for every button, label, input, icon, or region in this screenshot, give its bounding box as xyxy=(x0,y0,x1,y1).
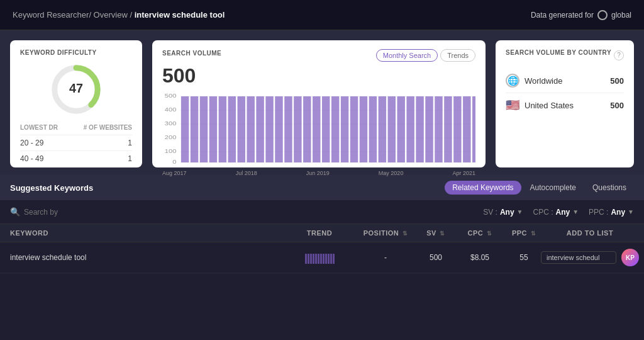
svg-rect-31 xyxy=(341,96,348,162)
trend-bar xyxy=(323,254,325,264)
country-card: SEARCH VOLUME BY COUNTRY ? 🌐 Worldwide 5… xyxy=(496,40,634,167)
us-name: United States xyxy=(525,101,574,110)
svg-rect-15 xyxy=(191,96,198,162)
kw-tabs: Related Keywords Autocomplete Questions xyxy=(445,181,634,195)
svg-rect-20 xyxy=(238,96,245,162)
us-flag-icon: 🇺🇸 xyxy=(506,98,519,112)
ppc-dropdown-arrow: ▼ xyxy=(628,208,634,215)
search-icon: 🔍 xyxy=(10,207,20,217)
trend-bar xyxy=(325,254,327,264)
svg-rect-40 xyxy=(425,96,433,162)
kw-tab-questions[interactable]: Questions xyxy=(585,181,634,195)
worldwide-value: 500 xyxy=(610,76,624,86)
position-sort-icon: ⇅ xyxy=(402,230,408,237)
svg-rect-21 xyxy=(247,96,254,162)
trend-bar xyxy=(313,254,314,264)
svg-rect-19 xyxy=(228,96,236,162)
ppc-filter-label: PPC : xyxy=(589,208,608,217)
sv-filter[interactable]: SV : Any ▼ xyxy=(483,208,523,217)
breadcrumb: Keyword Researcher/ Overview / interview… xyxy=(13,10,225,20)
svg-rect-37 xyxy=(397,96,405,162)
cpc-filter-label: CPC : xyxy=(533,208,553,217)
trend-bar xyxy=(305,254,307,264)
trend-bar xyxy=(330,254,332,264)
svg-rect-30 xyxy=(331,96,339,162)
question-icon[interactable]: ? xyxy=(614,50,624,60)
chart-label-3: May 2020 xyxy=(379,170,404,176)
svg-rect-27 xyxy=(303,96,311,162)
sv-sort-icon: ⇅ xyxy=(440,230,445,237)
chart-label-2: Jun 2019 xyxy=(306,170,330,176)
sv-tab-monthly[interactable]: Monthly Search xyxy=(376,49,438,62)
svg-rect-16 xyxy=(200,96,208,162)
chart-label-1: Jul 2018 xyxy=(236,170,257,176)
country-row-us: 🇺🇸 United States 500 xyxy=(506,93,624,117)
kd-value: 47 xyxy=(69,81,83,95)
th-cpc: CPC ⇅ xyxy=(458,229,502,237)
suggested-header: Suggested Keywords Related Keywords Auto… xyxy=(0,175,644,200)
bottom-section: Suggested Keywords Related Keywords Auto… xyxy=(0,175,644,340)
search-input[interactable] xyxy=(24,208,477,217)
th-sv: SV ⇅ xyxy=(414,229,458,237)
search-volume-card: SEARCH VOLUME Monthly Search Trends 500 … xyxy=(152,40,486,167)
svg-rect-24 xyxy=(275,96,282,162)
table-header: KEYWORD TREND POSITION ⇅ SV ⇅ CPC ⇅ PPC … xyxy=(0,224,644,242)
svg-text:0: 0 xyxy=(172,159,177,165)
chart-label-4: Apr 2021 xyxy=(452,170,475,176)
sv-dropdown-arrow: ▼ xyxy=(517,208,523,215)
sv-filter-label: SV : xyxy=(483,208,497,217)
th-trend: TREND xyxy=(282,229,357,237)
svg-rect-26 xyxy=(294,96,301,162)
svg-rect-39 xyxy=(416,96,423,162)
svg-rect-14 xyxy=(181,96,189,162)
sv-bar-chart: 500 400 300 200 100 0 // generate bars c… xyxy=(162,91,475,167)
svg-rect-17 xyxy=(209,96,217,162)
svg-rect-28 xyxy=(313,96,320,162)
svg-rect-22 xyxy=(256,96,264,162)
svg-rect-32 xyxy=(350,96,358,162)
row-cpc: $8.05 xyxy=(458,253,502,262)
row-keyword: interview schedule tool xyxy=(10,253,282,262)
svg-rect-35 xyxy=(379,96,386,162)
sv-filter-value: Any xyxy=(500,208,514,217)
country-card-title: SEARCH VOLUME BY COUNTRY xyxy=(506,49,611,56)
svg-rect-23 xyxy=(265,96,273,162)
data-generated-label: Data generated for xyxy=(531,11,594,20)
cards-row: KEYWORD DIFFICULTY 47 LOWEST DR # OF WEB… xyxy=(0,30,644,175)
svg-rect-44 xyxy=(463,96,470,162)
worldwide-name: Worldwide xyxy=(525,76,562,86)
sv-header: SEARCH VOLUME Monthly Search Trends xyxy=(162,49,475,62)
cpc-filter[interactable]: CPC : Any ▼ xyxy=(533,208,579,217)
donut-chart: 47 xyxy=(48,61,104,118)
svg-rect-29 xyxy=(322,96,330,162)
kd-row-2-count: 1 xyxy=(128,154,132,163)
kd-row-1: 20 - 29 1 xyxy=(20,135,132,151)
country-left-worldwide: 🌐 Worldwide xyxy=(506,74,562,88)
sv-tabs: Monthly Search Trends xyxy=(376,49,475,62)
svg-rect-38 xyxy=(406,96,414,162)
kw-tab-related[interactable]: Related Keywords xyxy=(445,181,521,195)
cpc-sort-icon: ⇅ xyxy=(487,230,492,237)
svg-rect-25 xyxy=(284,96,292,162)
kd-row-2: 40 - 49 1 xyxy=(20,151,132,167)
svg-rect-41 xyxy=(435,96,442,162)
add-to-list-input[interactable] xyxy=(541,251,616,264)
row-trend xyxy=(282,251,357,264)
kw-tab-autocomplete[interactable]: Autocomplete xyxy=(523,181,584,195)
svg-rect-45 xyxy=(472,96,475,162)
kd-col-websites: # OF WEBSITES xyxy=(84,124,132,131)
svg-rect-34 xyxy=(369,96,377,162)
donut-container: 47 xyxy=(20,61,132,118)
ppc-filter[interactable]: PPC : Any ▼ xyxy=(589,208,634,217)
header: Keyword Researcher/ Overview / interview… xyxy=(0,0,644,30)
filter-group: SV : Any ▼ CPC : Any ▼ PPC : Any ▼ xyxy=(483,208,634,217)
suggested-title: Suggested Keywords xyxy=(10,183,93,193)
row-position: - xyxy=(357,253,414,262)
trend-bar xyxy=(315,254,317,264)
us-value: 500 xyxy=(610,101,624,110)
svg-rect-18 xyxy=(219,96,226,162)
svg-rect-33 xyxy=(360,96,367,162)
sv-tab-trends[interactable]: Trends xyxy=(440,49,475,62)
ppc-sort-icon: ⇅ xyxy=(531,230,536,237)
cpc-filter-value: Any xyxy=(556,208,570,217)
